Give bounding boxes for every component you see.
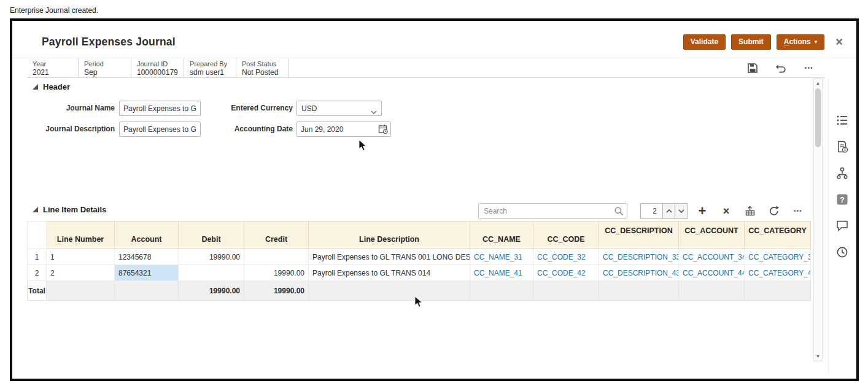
cc-name-link[interactable]: CC_NAME_41 <box>470 265 533 281</box>
overflow-menu-icon[interactable]: ••• <box>803 62 815 74</box>
delete-row-icon[interactable]: × <box>719 204 733 218</box>
row-count-input[interactable] <box>640 203 663 219</box>
search-input[interactable] <box>478 203 627 219</box>
cc-category-link[interactable]: CC_CATEGORY_35 <box>745 249 811 265</box>
entered-currency-select[interactable]: USD <box>296 101 382 116</box>
scrollbar-thumb[interactable] <box>815 88 821 147</box>
collapse-triangle-icon <box>33 207 38 212</box>
undo-icon[interactable] <box>775 62 787 74</box>
column-header-credit[interactable]: Credit <box>244 222 309 249</box>
column-header-line-number[interactable]: Line Number <box>47 222 115 249</box>
line-items-section-toggle[interactable]: Line Item Details <box>33 205 106 214</box>
column-header-cc-description[interactable]: CC_DESCRIPTION <box>599 222 679 249</box>
status-message: Enterprise Journal created. <box>10 6 98 15</box>
accounting-date-field <box>296 122 391 137</box>
entered-currency-value: USD <box>301 104 317 113</box>
actions-button[interactable]: Actions ▾ <box>777 34 825 50</box>
column-header-cc-name[interactable]: CC_NAME <box>470 222 533 249</box>
column-header-account[interactable]: Account <box>115 222 179 249</box>
info-label: Period <box>84 60 125 68</box>
spinner-down-button[interactable] <box>675 203 688 219</box>
validate-button[interactable]: Validate <box>683 34 726 50</box>
refresh-icon[interactable] <box>767 204 781 218</box>
account-cell[interactable]: 12345678 <box>115 249 179 265</box>
cc-account-link[interactable]: CC_ACCOUNT_44 <box>679 265 745 281</box>
info-value: Sep <box>84 68 125 77</box>
line-number-cell[interactable]: 1 <box>47 249 115 265</box>
spinner-up-button[interactable] <box>663 203 675 219</box>
row-number-cell: 2 <box>28 265 47 281</box>
scroll-down-icon[interactable]: ▼ <box>814 352 822 360</box>
column-header-cc-category[interactable]: CC_CATEGORY <box>745 222 811 249</box>
total-empty-cell <box>745 281 811 301</box>
submit-button[interactable]: Submit <box>731 34 771 50</box>
cc-account-link[interactable]: CC_ACCOUNT_34 <box>679 249 745 265</box>
cc-code-link[interactable]: CC_CODE_32 <box>533 249 599 265</box>
title-actions: Validate Submit Actions ▾ × <box>683 34 843 50</box>
table-total-row: Total 19990.00 19990.00 <box>28 281 811 301</box>
account-cell-selected[interactable]: 87654321 <box>115 265 179 281</box>
history-clock-icon[interactable] <box>835 245 850 260</box>
debit-cell[interactable]: 19990.00 <box>179 249 244 265</box>
close-icon[interactable]: × <box>835 36 843 48</box>
info-label: Post Status <box>242 60 282 68</box>
total-label-cell: Total <box>28 281 47 301</box>
column-header-debit[interactable]: Debit <box>179 222 244 249</box>
info-cell-post-status: Post Status Not Posted <box>236 58 289 77</box>
actions-button-label: Actions <box>784 37 811 46</box>
cc-description-link[interactable]: CC_DESCRIPTION_43 <box>599 265 679 281</box>
save-icon[interactable] <box>746 62 759 74</box>
credit-cell[interactable] <box>244 249 309 265</box>
strip-icons: ••• <box>746 58 825 77</box>
vertical-scrollbar[interactable]: ▲ ▼ <box>813 78 823 361</box>
comment-icon[interactable] <box>835 218 850 233</box>
credit-cell[interactable]: 19990.00 <box>244 265 309 281</box>
debit-cell[interactable] <box>179 265 244 281</box>
journal-description-label: Journal Description <box>23 122 115 137</box>
journal-description-input[interactable] <box>119 122 201 137</box>
accounting-date-input[interactable] <box>296 122 391 137</box>
journal-name-input[interactable] <box>119 101 201 116</box>
entered-currency-label: Entered Currency <box>201 101 293 116</box>
add-row-icon[interactable]: + <box>696 204 709 218</box>
total-empty-cell <box>533 281 599 301</box>
info-value: 2021 <box>33 68 72 77</box>
column-header-line-description[interactable]: Line Description <box>309 222 470 249</box>
row-number-header <box>28 222 47 249</box>
row-number-cell: 1 <box>28 249 47 265</box>
overflow-menu-icon[interactable]: ••• <box>791 204 805 218</box>
chevron-down-icon <box>371 107 377 116</box>
total-empty-cell <box>47 281 115 301</box>
help-icon[interactable]: ? <box>835 192 850 207</box>
total-empty-cell <box>115 281 179 301</box>
info-cell-year: Year 2021 <box>27 58 79 77</box>
line-description-cell[interactable]: Payroll Expenses to GL TRANS 014 <box>309 265 470 281</box>
cc-name-link[interactable]: CC_NAME_31 <box>470 249 533 265</box>
line-description-cell[interactable]: Payroll Expenses to GL TRANS 001 LONG DE… <box>309 249 470 265</box>
side-toolbar: ? <box>828 78 856 374</box>
line-items-section-title: Line Item Details <box>43 205 106 214</box>
header-section-title: Header <box>43 82 70 91</box>
title-bar: Payroll Expenses Journal Validate Submit… <box>42 32 843 52</box>
total-empty-cell <box>309 281 470 301</box>
list-icon[interactable] <box>835 113 850 128</box>
column-header-cc-code[interactable]: CC_CODE <box>533 222 599 249</box>
total-empty-cell <box>679 281 745 301</box>
hierarchy-icon[interactable] <box>835 166 850 180</box>
info-cell-period: Period Sep <box>79 58 131 77</box>
line-number-cell[interactable]: 2 <box>47 265 115 281</box>
info-label: Journal ID <box>137 60 178 68</box>
cc-code-link[interactable]: CC_CODE_42 <box>533 265 599 281</box>
header-section-toggle[interactable]: Header <box>33 82 70 91</box>
search-icon[interactable] <box>614 206 624 218</box>
cc-description-link[interactable]: CC_DESCRIPTION_33 <box>599 249 679 265</box>
calendar-icon[interactable] <box>378 124 388 136</box>
info-value: sdm user1 <box>190 68 230 77</box>
column-header-cc-account[interactable]: CC_ACCOUNT <box>679 222 745 249</box>
scroll-up-icon[interactable]: ▲ <box>814 79 822 87</box>
journal-info-icon[interactable] <box>835 139 850 154</box>
total-empty-cell <box>599 281 679 301</box>
export-icon[interactable] <box>743 204 757 218</box>
info-cell-prepared-by: Prepared By sdm user1 <box>184 58 236 77</box>
cc-category-link[interactable]: CC_CATEGORY_45 <box>745 265 811 281</box>
